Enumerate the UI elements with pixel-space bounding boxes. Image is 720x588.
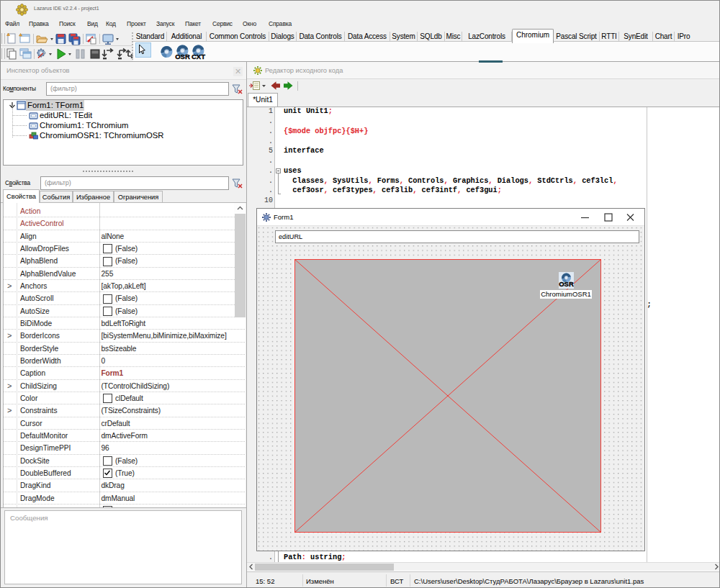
svg-text:CXT: CXT [192,53,205,60]
svg-text:OSR: OSR [559,280,574,288]
svg-text:OSR: OSR [175,53,190,60]
